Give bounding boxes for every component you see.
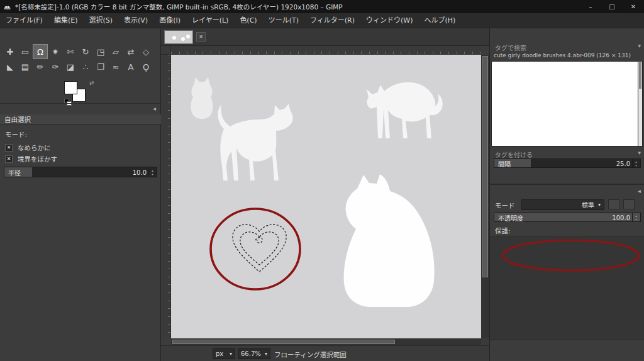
image-tab-thumbnail[interactable] <box>164 30 193 44</box>
menubar-item[interactable]: レイヤー(L) <box>186 13 234 28</box>
pencil-tool[interactable]: ✏ <box>33 59 48 74</box>
vertical-scrollbar-thumb[interactable] <box>482 56 488 277</box>
menubar-item[interactable]: 表示(V) <box>118 13 153 28</box>
free-select-tool[interactable]: Ω <box>33 44 48 59</box>
lock-label: 保護: <box>495 226 511 235</box>
unit-dropdown[interactable]: px ▾ <box>213 348 235 359</box>
zoom-tool[interactable]: Ϙ <box>138 59 153 74</box>
layer-mode-switch-button[interactable] <box>608 199 619 209</box>
opacity-slider[interactable]: 不透明度 100.0 ▴▾ <box>494 213 641 222</box>
brush-grid-scrollbar[interactable] <box>638 61 643 147</box>
gradient-tool[interactable]: ▤ <box>18 59 33 74</box>
eraser-tool[interactable]: ◪ <box>63 59 78 74</box>
text-tool[interactable]: A <box>123 59 138 74</box>
layer-mode-row: モード 標準 ▾ <box>490 199 644 211</box>
menubar-item[interactable]: 色(C) <box>234 13 262 28</box>
tool-options-title: 自由選択 <box>0 114 161 125</box>
brush-spacing-slider[interactable]: 間隔 25.0 ▴▾ <box>494 158 641 168</box>
image-tabstrip: ✕ <box>161 28 489 46</box>
brush-tag-input[interactable]: タグを付ける <box>495 150 533 159</box>
window-title: *[名称未設定]-1.0 (RGB カラー 8 bit ガンマ整数, GIMP … <box>15 2 343 11</box>
tool-options-footer <box>0 347 161 359</box>
menubar-item[interactable]: 画像(I) <box>153 13 186 28</box>
menubar-item[interactable]: 編集(E) <box>48 13 84 28</box>
menubar-item[interactable]: ウィンドウ(W) <box>360 13 418 28</box>
toolbox-panel: ✚▭Ω✷✄↻◳▱⇄◇◣▤✏✑◪∴❐≈AϘ ⇄ ◂ 自由選択 モード: ✕ なめら… <box>0 28 161 361</box>
caret-down-icon[interactable]: ▾ <box>638 150 641 156</box>
radius-slider[interactable]: 半径 10.0 ▴▾ <box>4 167 157 177</box>
brush-tag-row[interactable]: タグを付ける ▾ <box>490 149 644 158</box>
smudge-tool[interactable]: ≈ <box>108 59 123 74</box>
brush-search-input[interactable]: タグで検索 <box>495 43 526 52</box>
menubar-item[interactable]: ヘルプ(H) <box>418 13 461 28</box>
menubar-item[interactable]: 選択(S) <box>83 13 118 28</box>
scale-tool[interactable]: ◳ <box>93 44 108 59</box>
feather-checkbox[interactable]: ✕ <box>5 155 13 163</box>
brush-name: cute girly doodle brushes 4.abr-009 (126… <box>494 52 631 58</box>
menubar-item[interactable]: フィルター(R) <box>304 13 360 28</box>
collapse-icon[interactable]: ◂ <box>153 105 156 112</box>
mode-label: モード: <box>5 130 27 139</box>
antialias-label: なめらかに <box>18 143 51 152</box>
move-tool[interactable]: ✚ <box>3 44 18 59</box>
rotate-tool[interactable]: ↻ <box>78 44 93 59</box>
cat-silhouette-arching <box>367 82 443 138</box>
crop-tool[interactable]: ✄ <box>63 44 78 59</box>
swap-colors-icon[interactable]: ⇄ <box>89 80 94 86</box>
airbrush-tool[interactable]: ∴ <box>78 59 93 74</box>
flip-tool[interactable]: ⇄ <box>123 44 138 59</box>
radius-spinner[interactable]: ▴▾ <box>148 167 156 177</box>
vertical-ruler[interactable] <box>161 55 171 338</box>
horizontal-scrollbar[interactable] <box>171 338 481 345</box>
ruler-corner[interactable] <box>161 46 171 55</box>
shear-tool[interactable]: ▱ <box>108 44 123 59</box>
fuzzy-select-tool[interactable]: ✷ <box>48 44 63 59</box>
selection-mode-row: モード: <box>0 128 161 140</box>
layer-mode-dropdown[interactable]: 標準 ▾ <box>521 199 604 210</box>
opacity-spinner[interactable]: ▴▾ <box>632 213 640 221</box>
canvas-image[interactable] <box>171 55 481 338</box>
zoom-dropdown[interactable]: 66.7% ▾ <box>238 348 270 359</box>
layer-list <box>490 236 644 340</box>
antialias-option[interactable]: ✕ なめらかに <box>5 143 51 152</box>
horizontal-ruler[interactable] <box>171 46 481 55</box>
dock-divider <box>490 184 644 185</box>
menubar-item[interactable]: ファイル(F) <box>0 13 48 28</box>
layer-lock-row: 保護: <box>490 225 644 235</box>
cat-silhouette-small <box>191 77 213 119</box>
statusbar: px ▾ 66.7% ▾ フローティング選択範囲 <box>161 345 489 361</box>
foreground-color-swatch[interactable] <box>64 81 77 94</box>
radius-label: 半径 <box>8 167 21 177</box>
caret-down-icon: ▾ <box>230 351 232 357</box>
paintbrush-tool[interactable]: ✑ <box>48 59 63 74</box>
scrollbar-corner <box>481 338 489 345</box>
menubar-item[interactable]: ツール(T) <box>263 13 304 28</box>
maximize-button[interactable]: □ <box>601 0 623 13</box>
layer-mode-reset-button[interactable] <box>623 199 635 209</box>
brush-search-row[interactable]: タグで検索 ▾ <box>490 42 644 52</box>
close-button[interactable]: ✕ <box>623 0 644 13</box>
caret-down-icon[interactable]: ▾ <box>638 43 641 49</box>
spacing-label: 間隔 <box>498 158 511 168</box>
image-tab-close-icon[interactable]: ✕ <box>196 32 206 42</box>
horizontal-scrollbar-thumb[interactable] <box>172 340 395 344</box>
bucket-fill-tool[interactable]: ◣ <box>3 59 18 74</box>
opacity-value: 100.0 <box>612 214 630 221</box>
gimp-logo-icon <box>3 3 11 11</box>
tool-options-dockbar: ◂ <box>0 103 161 113</box>
perspective-tool[interactable]: ◇ <box>138 44 153 59</box>
rectangle-select-tool[interactable]: ▭ <box>18 44 33 59</box>
antialias-checkbox[interactable]: ✕ <box>5 144 13 152</box>
vertical-scrollbar[interactable] <box>481 55 489 338</box>
unit-value: px <box>216 350 223 357</box>
collapse-icon[interactable]: ◂ <box>638 187 641 194</box>
spacing-spinner[interactable]: ▴▾ <box>632 159 640 167</box>
feather-option[interactable]: ✕ 境界をぼかす <box>5 154 57 164</box>
minimize-button[interactable]: – <box>580 0 601 13</box>
toolbox-grid: ✚▭Ω✷✄↻◳▱⇄◇◣▤✏✑◪∴❐≈AϘ <box>3 44 158 74</box>
caret-down-icon: ▾ <box>265 351 267 357</box>
radius-value: 10.0 <box>133 169 147 175</box>
clone-tool[interactable]: ❐ <box>93 59 108 74</box>
heart-selection-marching-ants[interactable] <box>233 225 286 272</box>
cat-silhouette-walking <box>218 104 292 181</box>
